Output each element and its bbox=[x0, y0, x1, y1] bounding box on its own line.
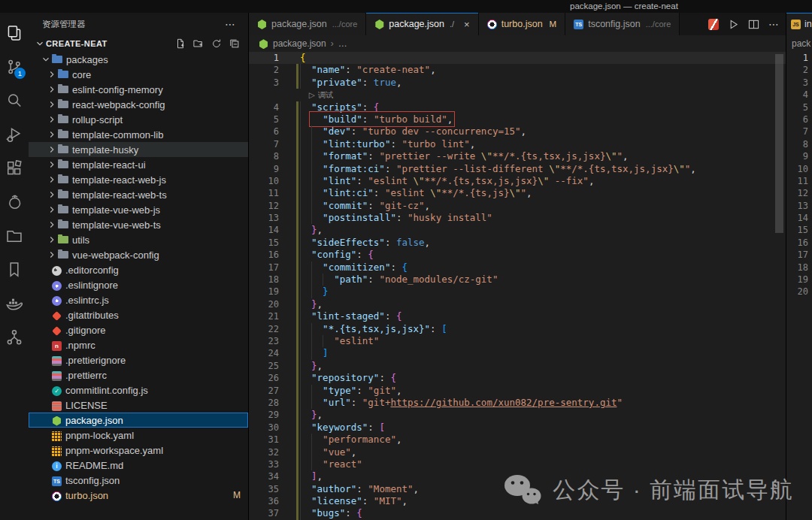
gitlens-icon[interactable] bbox=[0, 185, 29, 219]
tree-item-pnpm-lock.yaml[interactable]: pnpm-lock.yaml bbox=[29, 428, 248, 443]
tree-item-LICENSE[interactable]: LICENSE bbox=[29, 398, 248, 413]
code-line[interactable]: 36 "license": "MIT", bbox=[249, 495, 786, 507]
code-line[interactable]: 6 "dev": "turbo dev --concurrency=15", bbox=[249, 125, 786, 138]
tree-item-template-react-web-js[interactable]: template-react-web-js bbox=[29, 172, 248, 187]
code-line[interactable]: 16 "config": { bbox=[249, 249, 786, 261]
code-line[interactable]: 2 "name": "create-neat", bbox=[249, 64, 786, 76]
code-line[interactable]: 29 }, bbox=[249, 409, 786, 421]
tree-item-utils[interactable]: utils bbox=[29, 232, 248, 247]
code-line[interactable]: 28 "url": "git+https://github.com/xun082… bbox=[249, 397, 786, 409]
code-line[interactable]: 9 "format:ci": "prettier --list-differen… bbox=[249, 163, 786, 175]
tab-package.json[interactable]: package.json./× bbox=[366, 13, 478, 35]
code-line[interactable]: 32 "vue", bbox=[249, 446, 786, 458]
tree-item-.npmrc[interactable]: n.npmrc bbox=[29, 337, 248, 352]
explorer-section-header[interactable]: CREATE-NEAT bbox=[29, 35, 248, 52]
tree-item-rollup-script[interactable]: rollup-script bbox=[29, 112, 248, 127]
code-line[interactable]: 21 "lint-staged": { bbox=[249, 310, 786, 322]
codelens-debug[interactable]: ▷调试 bbox=[249, 89, 786, 101]
code-line[interactable]: 24 ] bbox=[249, 347, 786, 359]
code-line[interactable]: 27 "type": "git", bbox=[249, 385, 786, 397]
code-line[interactable]: 19 } bbox=[249, 286, 786, 298]
more-actions-icon[interactable]: ⋯ bbox=[225, 18, 236, 30]
tree-item-template-common-lib[interactable]: template-common-lib bbox=[29, 127, 248, 142]
extensions-icon[interactable] bbox=[0, 151, 29, 185]
files-icon[interactable] bbox=[0, 16, 29, 50]
refresh-icon[interactable] bbox=[211, 38, 223, 50]
search-icon[interactable] bbox=[0, 83, 29, 117]
run-debug-icon[interactable] bbox=[0, 117, 29, 151]
tree-item-.gitignore[interactable]: .gitignore bbox=[29, 322, 248, 337]
tree-item-pnpm-workspace.yaml[interactable]: pnpm-workspace.yaml bbox=[29, 443, 248, 458]
tree-item-.editorconfig[interactable]: .editorconfig bbox=[29, 262, 248, 277]
testing-icon[interactable] bbox=[0, 320, 29, 354]
tree-item-.eslintignore[interactable]: .eslintignore bbox=[29, 277, 248, 292]
tree-item-.gitattributes[interactable]: .gitattributes bbox=[29, 307, 248, 322]
docker-icon[interactable] bbox=[0, 286, 29, 320]
tree-item-commitlint.config.js[interactable]: ✓commitlint.config.js bbox=[29, 382, 248, 398]
flash-red-icon[interactable] bbox=[708, 19, 719, 30]
tree-item-template-react-web-ts[interactable]: template-react-web-ts bbox=[29, 187, 248, 202]
code-line[interactable]: 22 "*.{ts,tsx,js,jsx}": [ bbox=[249, 323, 786, 335]
tab-package.json[interactable]: package.json.../core bbox=[249, 13, 366, 35]
tree-item-.eslintrc.js[interactable]: .eslintrc.js bbox=[29, 292, 248, 307]
code-line[interactable]: 37 "bugs": { bbox=[249, 507, 786, 519]
tree-item-packages[interactable]: packages bbox=[29, 52, 248, 67]
more-icon[interactable]: ⋯ bbox=[768, 18, 780, 30]
editor-scrollbar[interactable] bbox=[775, 54, 783, 233]
code-line[interactable]: 12 "commit": "git-cz", bbox=[249, 200, 786, 212]
tree-item-.prettierrc[interactable]: .prettierrc bbox=[29, 367, 248, 382]
code-line[interactable]: 1{ bbox=[249, 52, 786, 64]
code-line[interactable]: 7 "lint:turbo": "turbo lint", bbox=[249, 138, 786, 150]
code-line[interactable]: 14 }, bbox=[249, 224, 786, 236]
code-line[interactable]: 23 "eslint" bbox=[249, 335, 786, 347]
tab-tsconfig.json[interactable]: TStsconfig.json.../core bbox=[565, 13, 680, 35]
code-line[interactable]: 34 ], bbox=[249, 470, 786, 482]
code-line[interactable]: 5 "build": "turbo build", bbox=[249, 113, 786, 125]
split-editor-icon[interactable] bbox=[748, 19, 759, 30]
run-icon[interactable] bbox=[728, 19, 739, 30]
bookmarks-icon[interactable] bbox=[0, 252, 29, 286]
breadcrumb-2[interactable]: pack bbox=[786, 35, 812, 52]
code-line[interactable]: 10 "lint": "eslint \"**/*.{ts,tsx,js,jsx… bbox=[249, 175, 786, 187]
code-line[interactable]: 20 }, bbox=[249, 298, 786, 310]
tree-item-turbo.json[interactable]: turbo.jsonM bbox=[29, 488, 248, 503]
source-control-icon[interactable]: 1 bbox=[0, 50, 29, 83]
code-line[interactable]: 18 "path": "node_modules/cz-git" bbox=[249, 274, 786, 286]
close-icon[interactable]: × bbox=[464, 19, 470, 30]
tree-item-template-husky[interactable]: template-husky bbox=[29, 142, 248, 157]
breadcrumb-file[interactable]: package.json bbox=[273, 38, 326, 49]
code-line[interactable]: 26 "repository": { bbox=[249, 372, 786, 384]
tree-item-react-webpack-config[interactable]: react-webpack-config bbox=[29, 97, 248, 112]
code-line[interactable]: 15 "sideEffects": false, bbox=[249, 237, 786, 249]
tree-item-.prettierignore[interactable]: .prettierignore bbox=[29, 352, 248, 367]
code-line[interactable]: 3 "private": true, bbox=[249, 77, 786, 89]
tree-item-eslint-config-memory[interactable]: eslint-config-memory bbox=[29, 82, 248, 97]
code-line[interactable]: 13 "postinstall": "husky install" bbox=[249, 212, 786, 224]
code-editor[interactable]: 1{2 "name": "create-neat",3 "private": t… bbox=[249, 52, 786, 520]
tab-turbo.json[interactable]: turbo.jsonM bbox=[479, 13, 566, 35]
tree-item-core[interactable]: core bbox=[29, 67, 248, 82]
code-line[interactable]: 30 "keywords": [ bbox=[249, 422, 786, 434]
tree-item-README.md[interactable]: iREADME.md bbox=[29, 458, 248, 473]
breadcrumb[interactable]: package.json›… bbox=[249, 35, 786, 52]
tab-index-js[interactable]: JS in bbox=[786, 13, 812, 35]
new-folder-icon[interactable] bbox=[192, 38, 205, 50]
code-line[interactable]: 35 "author": "Moment", bbox=[249, 483, 786, 495]
code-line[interactable]: 4 "scripts": { bbox=[249, 101, 786, 113]
tree-item-template-vue-web-ts[interactable]: template-vue-web-ts bbox=[29, 217, 248, 232]
code-line[interactable]: 31 "performance", bbox=[249, 434, 786, 446]
code-line[interactable]: 17 "commitizen": { bbox=[249, 262, 786, 274]
tree-item-vue-webpack-config[interactable]: vue-webpack-config bbox=[29, 247, 248, 262]
code-line[interactable]: 33 "react" bbox=[249, 458, 786, 470]
code-line[interactable]: 25 }, bbox=[249, 360, 786, 372]
tree-item-template-vue-web-js[interactable]: template-vue-web-js bbox=[29, 202, 248, 217]
collapse-all-icon[interactable] bbox=[229, 38, 241, 50]
new-file-icon[interactable] bbox=[174, 38, 186, 50]
breadcrumb-more[interactable]: … bbox=[338, 38, 347, 49]
tree-item-tsconfig.json[interactable]: TStsconfig.json bbox=[29, 473, 248, 488]
code-line[interactable]: 11 "lint:ci": "eslint \"**/*.{ts,js}\"", bbox=[249, 187, 786, 199]
code-line[interactable]: 8 "format": "prettier --write \"**/*.{ts… bbox=[249, 150, 786, 162]
tree-item-template-react-ui[interactable]: template-react-ui bbox=[29, 157, 248, 172]
tree-item-package.json[interactable]: package.json bbox=[29, 413, 248, 428]
project-manager-icon[interactable] bbox=[0, 219, 29, 252]
